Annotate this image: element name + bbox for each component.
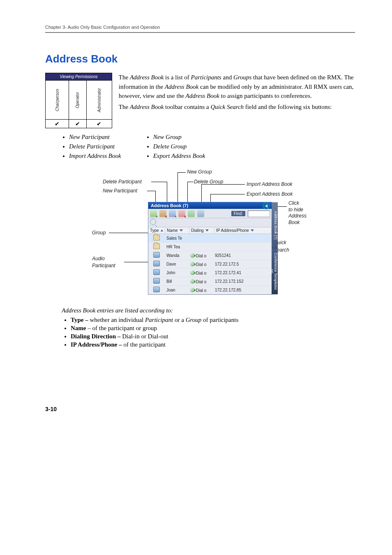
after-figure: Address Book entries are listed accordin… [62, 307, 355, 348]
participant-icon [153, 287, 160, 292]
callout-import-address-book: Import Address Book [247, 181, 293, 187]
leader-line [178, 172, 178, 205]
cell-name: HR Tea [165, 244, 189, 250]
cell-name: John [165, 270, 189, 276]
col-ip[interactable]: IP Address/Phone [214, 227, 272, 234]
side-tab-conference-templates[interactable]: Conference Templates (3) [272, 248, 278, 294]
cell-ip: 9251241 [213, 252, 272, 259]
cell-ip: 172.22.172.152 [213, 278, 272, 284]
side-tab-address-book[interactable]: Address Book (7) [272, 202, 278, 248]
col-type[interactable]: Type [148, 227, 165, 234]
cell-ip: 172.22.172.85 [213, 287, 272, 293]
callout-export-address-book: Export Address Book [247, 191, 293, 197]
check-administrator: ✔ [86, 120, 112, 128]
after-list: Type – whether an individual Participant… [62, 317, 355, 348]
leader-line [210, 194, 245, 194]
callout-delete-group: Delete Group [194, 179, 223, 185]
table-row[interactable]: Joan Dial o172.22.172.85 [148, 286, 272, 294]
callout-group: Group [92, 230, 106, 236]
table-row[interactable]: Sales Te [148, 234, 272, 243]
cell-type [148, 234, 165, 242]
role-chairperson: Chairperson [46, 81, 69, 120]
leader-line [151, 182, 167, 182]
find-input[interactable] [248, 210, 270, 217]
btn-item: Delete Group [153, 142, 205, 151]
intro-text: The Address Book is a list of Participan… [119, 73, 355, 113]
dial-out-icon [190, 271, 195, 275]
column-headers: Type Name Dialing IP Address/Phone [148, 227, 272, 234]
cell-dialing: Dial o [189, 252, 213, 259]
pane-toolbar: Find: [148, 209, 272, 218]
delete-group-icon[interactable] [178, 210, 185, 217]
cell-dialing [189, 246, 213, 247]
leader-line [109, 233, 148, 233]
group-icon [153, 235, 160, 240]
cell-type [148, 286, 165, 294]
cell-ip [213, 246, 272, 247]
search-icon[interactable] [150, 219, 156, 225]
col-name[interactable]: Name [165, 227, 189, 234]
permissions-title: Viewing Permissions [46, 73, 112, 81]
list-item: Dialing Direction – Dial-in or Dial-out [71, 333, 355, 340]
callout-audio-participant: Audio Participant [92, 255, 115, 269]
table-row[interactable]: Bill Dial o172.22.172.152 [148, 277, 272, 286]
table-row[interactable]: John Dial o172.22.172.41 [148, 268, 272, 277]
role-operator: Operator [69, 81, 86, 120]
page-number: 3-10 [45, 406, 355, 412]
rows-host: Sales TeHR TeaWanda Dial o9251241Dave Di… [148, 234, 272, 294]
table-row[interactable]: Wanda Dial o9251241 [148, 251, 272, 260]
leader-line [201, 184, 245, 185]
cell-type [148, 251, 165, 259]
btn-item: Delete Participant [69, 142, 121, 151]
table-row[interactable]: Dave Dial o172.22.172.5 [148, 260, 272, 268]
cell-type [148, 260, 165, 268]
cell-ip: 172.22.172.41 [213, 270, 272, 276]
sort-arrow-icon [161, 229, 163, 231]
list-item: Type – whether an individual Participant… [71, 317, 355, 324]
cell-type [148, 243, 165, 251]
new-participant-icon[interactable] [150, 210, 157, 217]
filter-icon [180, 229, 183, 231]
role-administrator: Administrator [86, 81, 112, 120]
cell-dialing: Dial o [189, 261, 213, 268]
find-label: Find: [231, 211, 245, 216]
participant-icon [153, 252, 160, 258]
dial-out-icon [190, 288, 195, 292]
group-icon [153, 243, 160, 249]
filter-icon [251, 229, 254, 231]
cell-name: Sales Te [165, 235, 189, 241]
filter-icon [205, 229, 209, 231]
address-book-pane: Address Book (7) Find: Type Name Dialing [148, 202, 272, 295]
callout-new-participant: New Participant [103, 188, 137, 194]
dial-out-icon [190, 253, 195, 258]
page: Chapter 3- Audio Only Basic Configuratio… [0, 0, 392, 437]
list-item: IP Address/Phone – of the participant [71, 341, 355, 348]
col-dialing[interactable]: Dialing [189, 227, 214, 234]
leader-line [187, 182, 194, 182]
cell-ip: 172.22.172.5 [213, 261, 272, 267]
cell-name: Joan [165, 287, 189, 293]
cell-name: Dave [165, 261, 189, 267]
section-title: Address Book [45, 53, 355, 65]
table-row[interactable]: HR Tea [148, 243, 272, 251]
btn-item: New Group [153, 132, 205, 142]
cell-dialing: Dial o [189, 278, 213, 285]
pane-title-text: Address Book (7) [151, 203, 188, 208]
btn-item: Import Address Book [69, 151, 121, 161]
hide-pane-button[interactable] [263, 203, 270, 209]
callout-delete-participant: Delete Participant [103, 179, 142, 185]
cell-dialing: Dial o [189, 287, 213, 294]
cell-type [148, 277, 165, 285]
divider [45, 32, 355, 33]
check-chairperson: ✔ [46, 120, 69, 128]
export-address-book-icon[interactable] [197, 210, 204, 217]
import-address-book-icon[interactable] [188, 210, 195, 217]
pane-title: Address Book (7) [148, 202, 272, 209]
quick-search-row [148, 218, 272, 227]
cell-ip [213, 237, 272, 239]
cell-type [148, 268, 165, 277]
new-group-icon[interactable] [169, 210, 176, 217]
cell-dialing [189, 237, 213, 239]
delete-participant-icon[interactable] [159, 210, 166, 217]
cell-dialing: Dial o [189, 269, 213, 276]
